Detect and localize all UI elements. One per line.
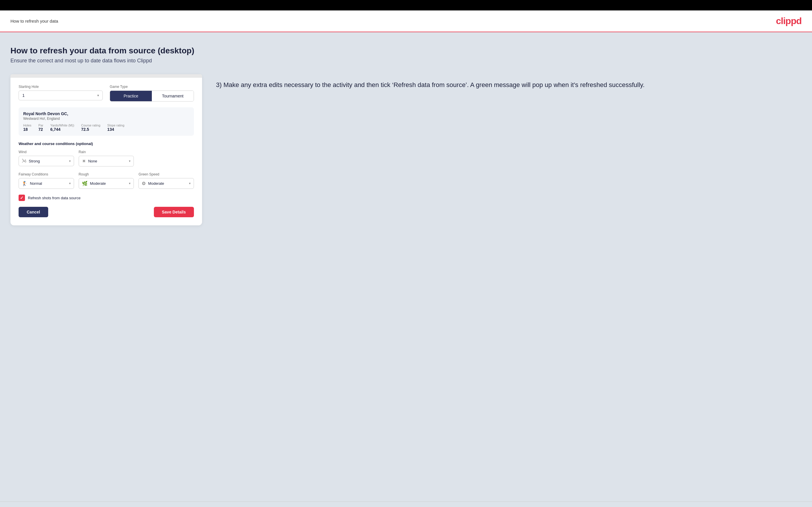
- top-fields-row: Starting Hole 1 ▾ Game Type Practice Tou…: [18, 85, 194, 102]
- save-details-button[interactable]: Save Details: [154, 207, 194, 217]
- wind-rain-row: Wind 🌬 Strong ▾ Rain ☀ None ▾: [18, 150, 194, 167]
- course-name: Royal North Devon GC,: [23, 111, 189, 116]
- yards-value: 6,744: [50, 127, 74, 132]
- starting-hole-value: 1: [22, 93, 97, 98]
- holes-label: Holes: [23, 123, 31, 127]
- chevron-down-icon: ▾: [97, 94, 99, 98]
- stat-course-rating: Course rating 72.5: [81, 123, 100, 132]
- fairway-group: Fairway Conditions 🏌 Normal ▾: [18, 172, 74, 189]
- green-speed-chevron-icon: ▾: [189, 181, 191, 185]
- fairway-icon: 🏌: [22, 181, 28, 186]
- refresh-row: Refresh shots from data source: [18, 194, 194, 201]
- game-type-group: Game Type Practice Tournament: [110, 85, 194, 102]
- game-type-label: Game Type: [110, 85, 194, 89]
- green-speed-icon: ⚙: [142, 181, 146, 186]
- course-rating-label: Course rating: [81, 123, 100, 127]
- wind-value: Strong: [29, 159, 67, 163]
- refresh-label: Refresh shots from data source: [28, 196, 81, 200]
- holes-value: 18: [23, 127, 31, 132]
- footer: Copyright Clippd 2022: [0, 502, 812, 507]
- stat-holes: Holes 18: [23, 123, 31, 132]
- empty-condition: [139, 150, 194, 167]
- action-buttons-row: Cancel Save Details: [18, 207, 194, 217]
- green-speed-label: Green Speed: [139, 172, 194, 176]
- wind-chevron-icon: ▾: [69, 159, 71, 163]
- rain-select[interactable]: ☀ None ▾: [79, 156, 134, 167]
- rough-chevron-icon: ▾: [129, 181, 131, 185]
- fairway-value: Normal: [30, 181, 67, 186]
- green-speed-group: Green Speed ⚙ Moderate ▾: [139, 172, 194, 189]
- top-bar: [0, 0, 812, 10]
- practice-button[interactable]: Practice: [110, 91, 152, 101]
- logo: clippd: [776, 16, 802, 26]
- fairway-chevron-icon: ▾: [69, 181, 71, 185]
- course-row: Royal North Devon GC, Westward Ho!, Engl…: [18, 107, 194, 136]
- stat-par: Par 72: [38, 123, 43, 132]
- rough-icon: 🌿: [82, 181, 88, 186]
- rain-group: Rain ☀ None ▾: [79, 150, 134, 167]
- wind-select[interactable]: 🌬 Strong ▾: [18, 156, 74, 166]
- form-card: Starting Hole 1 ▾ Game Type Practice Tou…: [10, 74, 202, 225]
- stat-yards: Yards/White (M)) 6,744: [50, 123, 74, 132]
- conditions-section-label: Weather and course conditions (optional): [18, 142, 194, 146]
- rough-value: Moderate: [90, 181, 127, 186]
- slope-rating-label: Slope rating: [107, 123, 124, 127]
- rain-icon: ☀: [82, 158, 86, 164]
- rough-label: Rough: [79, 172, 134, 176]
- wind-label: Wind: [18, 150, 74, 154]
- par-label: Par: [38, 123, 43, 127]
- green-speed-select[interactable]: ⚙ Moderate ▾: [139, 178, 194, 189]
- refresh-checkbox[interactable]: [18, 194, 25, 201]
- card-top-strip: [10, 74, 202, 78]
- fairway-select[interactable]: 🏌 Normal ▾: [18, 178, 74, 189]
- rough-group: Rough 🌿 Moderate ▾: [79, 172, 134, 189]
- yards-label: Yards/White (M)): [50, 123, 74, 127]
- page-subheading: Ensure the correct and most up to date d…: [10, 58, 802, 64]
- game-type-buttons: Practice Tournament: [110, 91, 194, 102]
- course-rating-value: 72.5: [81, 127, 100, 132]
- content-area: Starting Hole 1 ▾ Game Type Practice Tou…: [10, 74, 802, 225]
- rain-value: None: [88, 159, 127, 163]
- side-text: 3) Make any extra edits necessary to the…: [216, 80, 802, 90]
- green-speed-value: Moderate: [148, 181, 187, 186]
- page-heading: How to refresh your data from source (de…: [10, 46, 802, 55]
- cancel-button[interactable]: Cancel: [18, 207, 48, 217]
- header: How to refresh your data clippd: [0, 10, 812, 32]
- starting-hole-label: Starting Hole: [18, 85, 103, 89]
- header-title: How to refresh your data: [10, 18, 58, 23]
- wind-group: Wind 🌬 Strong ▾: [18, 150, 74, 167]
- course-location: Westward Ho!, England: [23, 117, 189, 121]
- rain-label: Rain: [79, 150, 134, 154]
- par-value: 72: [38, 127, 43, 132]
- slope-rating-value: 134: [107, 127, 124, 132]
- side-description: 3) Make any extra edits necessary to the…: [216, 74, 802, 90]
- stat-slope-rating: Slope rating 134: [107, 123, 124, 132]
- wind-icon: 🌬: [22, 158, 27, 164]
- main-content: How to refresh your data from source (de…: [0, 32, 812, 502]
- fairway-rough-green-row: Fairway Conditions 🏌 Normal ▾ Rough 🌿 Mo…: [18, 172, 194, 189]
- fairway-label: Fairway Conditions: [18, 172, 74, 176]
- rain-chevron-icon: ▾: [129, 159, 131, 163]
- course-stats: Holes 18 Par 72 Yards/White (M)) 6,744 C…: [23, 123, 189, 132]
- starting-hole-select[interactable]: 1 ▾: [18, 91, 103, 100]
- rough-select[interactable]: 🌿 Moderate ▾: [79, 178, 134, 189]
- tournament-button[interactable]: Tournament: [152, 91, 194, 101]
- starting-hole-group: Starting Hole 1 ▾: [18, 85, 103, 102]
